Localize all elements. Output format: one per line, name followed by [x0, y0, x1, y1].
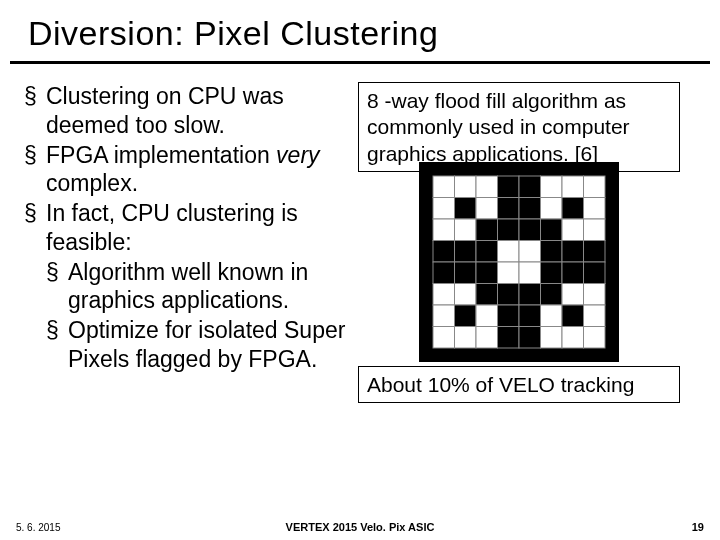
svg-rect-61	[498, 326, 520, 348]
svg-rect-47	[541, 283, 563, 305]
svg-rect-34	[433, 262, 455, 284]
svg-rect-6	[519, 176, 541, 198]
svg-rect-58	[433, 326, 455, 348]
svg-rect-8	[562, 176, 584, 198]
svg-rect-21	[498, 219, 520, 241]
svg-rect-57	[584, 305, 606, 327]
svg-rect-42	[433, 283, 455, 305]
svg-rect-12	[476, 197, 498, 219]
footer: 5. 6. 2015 VERTEX 2015 Velo. Pix ASIC 19	[0, 515, 720, 533]
svg-rect-32	[562, 240, 584, 262]
bullet-2-pre: FPGA implementation	[46, 142, 276, 168]
footer-page: 19	[692, 521, 704, 533]
content-area: Clustering on CPU was deemed too slow. F…	[0, 82, 720, 403]
footer-mid: VERTEX 2015 Velo. Pix ASIC	[286, 521, 435, 533]
svg-rect-64	[562, 326, 584, 348]
svg-rect-15	[541, 197, 563, 219]
svg-rect-23	[541, 219, 563, 241]
svg-rect-48	[562, 283, 584, 305]
stat-box: About 10% of VELO tracking	[358, 366, 680, 403]
svg-rect-26	[433, 240, 455, 262]
svg-rect-36	[476, 262, 498, 284]
svg-rect-52	[476, 305, 498, 327]
algorithm-box: 8 -way flood fill algorithm as commonly …	[358, 82, 680, 172]
svg-rect-65	[584, 326, 606, 348]
svg-rect-49	[584, 283, 606, 305]
svg-rect-27	[455, 240, 477, 262]
bullet-2: FPGA implementation very complex.	[24, 141, 348, 199]
svg-rect-29	[498, 240, 520, 262]
svg-rect-30	[519, 240, 541, 262]
bullet-3: In fact, CPU clustering is feasible:	[24, 199, 348, 257]
svg-rect-44	[476, 283, 498, 305]
svg-rect-25	[584, 219, 606, 241]
bullet-2-post: complex.	[46, 170, 138, 196]
svg-rect-16	[562, 197, 584, 219]
svg-rect-40	[562, 262, 584, 284]
svg-rect-7	[541, 176, 563, 198]
svg-rect-20	[476, 219, 498, 241]
svg-rect-46	[519, 283, 541, 305]
svg-rect-11	[455, 197, 477, 219]
svg-rect-41	[584, 262, 606, 284]
svg-rect-35	[455, 262, 477, 284]
svg-rect-55	[541, 305, 563, 327]
svg-rect-33	[584, 240, 606, 262]
svg-rect-51	[455, 305, 477, 327]
svg-rect-3	[455, 176, 477, 198]
svg-rect-9	[584, 176, 606, 198]
svg-rect-43	[455, 283, 477, 305]
svg-rect-45	[498, 283, 520, 305]
bullet-1: Clustering on CPU was deemed too slow.	[24, 82, 348, 140]
svg-rect-28	[476, 240, 498, 262]
svg-rect-19	[455, 219, 477, 241]
pixel-grid-image	[419, 162, 619, 362]
svg-rect-10	[433, 197, 455, 219]
svg-rect-54	[519, 305, 541, 327]
svg-rect-4	[476, 176, 498, 198]
svg-rect-60	[476, 326, 498, 348]
svg-rect-37	[498, 262, 520, 284]
svg-rect-24	[562, 219, 584, 241]
svg-rect-31	[541, 240, 563, 262]
svg-rect-63	[541, 326, 563, 348]
svg-rect-53	[498, 305, 520, 327]
svg-rect-17	[584, 197, 606, 219]
svg-rect-14	[519, 197, 541, 219]
svg-rect-18	[433, 219, 455, 241]
bullet-list-area: Clustering on CPU was deemed too slow. F…	[18, 82, 348, 403]
svg-rect-56	[562, 305, 584, 327]
slide-title: Diversion: Pixel Clustering	[10, 0, 710, 64]
svg-rect-39	[541, 262, 563, 284]
sub-bullet-1: Algorithm well known in graphics applica…	[46, 258, 348, 316]
footer-date: 5. 6. 2015	[16, 522, 60, 533]
sub-bullet-2: Optimize for isolated Super Pixels flagg…	[46, 316, 348, 374]
svg-rect-2	[433, 176, 455, 198]
bullet-2-ital: very	[276, 142, 319, 168]
svg-rect-50	[433, 305, 455, 327]
svg-rect-5	[498, 176, 520, 198]
svg-rect-59	[455, 326, 477, 348]
svg-rect-22	[519, 219, 541, 241]
svg-rect-13	[498, 197, 520, 219]
right-column: 8 -way flood fill algorithm as commonly …	[358, 82, 680, 403]
svg-rect-38	[519, 262, 541, 284]
svg-rect-62	[519, 326, 541, 348]
